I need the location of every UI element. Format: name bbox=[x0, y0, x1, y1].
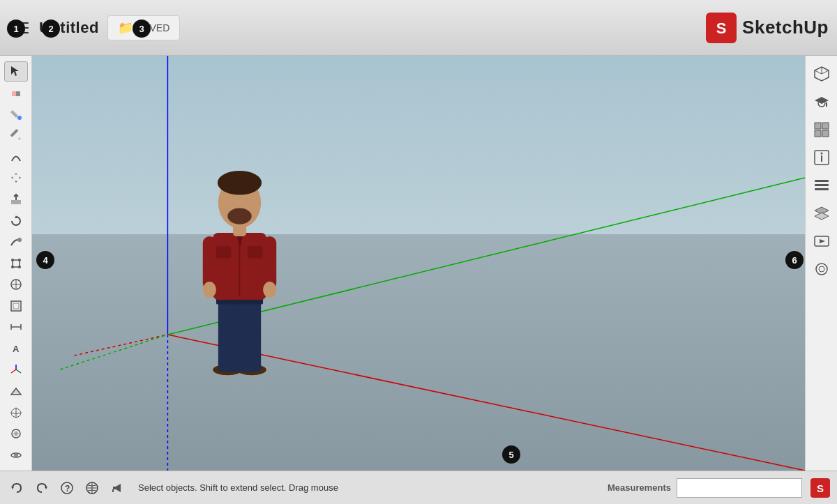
svg-rect-68 bbox=[815, 180, 829, 182]
sketchup-logo-bottom: S bbox=[810, 478, 830, 498]
svg-line-57 bbox=[815, 70, 822, 74]
svg-marker-2 bbox=[11, 66, 19, 76]
tool-orbit[interactable] bbox=[4, 445, 28, 465]
tool-follow-me[interactable] bbox=[4, 232, 28, 252]
svg-point-12 bbox=[11, 259, 14, 261]
svg-point-67 bbox=[820, 153, 822, 155]
right-btn-instructor[interactable] bbox=[809, 89, 834, 114]
svg-rect-4 bbox=[12, 91, 16, 96]
svg-text:S: S bbox=[817, 482, 824, 494]
tool-offset[interactable] bbox=[4, 296, 28, 316]
redo-button[interactable] bbox=[32, 478, 52, 498]
measurements-input[interactable] bbox=[677, 478, 802, 498]
svg-point-76 bbox=[819, 266, 824, 272]
svg-point-5 bbox=[17, 116, 22, 120]
left-toolbar: A bbox=[0, 56, 32, 471]
human-figure bbox=[199, 151, 280, 381]
right-btn-components[interactable] bbox=[809, 117, 834, 142]
svg-point-48 bbox=[203, 282, 216, 298]
svg-point-75 bbox=[816, 264, 827, 275]
header: Untitled 📁 SAVED S SketchUp bbox=[0, 0, 837, 56]
tool-text[interactable]: A bbox=[4, 339, 28, 359]
tool-push-pull[interactable] bbox=[4, 190, 28, 210]
badge-2: 2 bbox=[42, 20, 60, 38]
svg-point-13 bbox=[18, 259, 21, 261]
tool-3d-warehouse[interactable] bbox=[4, 402, 28, 422]
svg-point-15 bbox=[18, 266, 21, 268]
svg-rect-64 bbox=[822, 130, 829, 137]
tool-eraser[interactable] bbox=[4, 83, 28, 103]
svg-rect-19 bbox=[11, 301, 21, 311]
svg-text:?: ? bbox=[65, 484, 70, 494]
svg-rect-63 bbox=[815, 130, 821, 137]
svg-rect-8 bbox=[11, 200, 21, 204]
tool-components[interactable] bbox=[4, 424, 28, 444]
svg-line-27 bbox=[11, 369, 16, 373]
folder-icon: 📁 bbox=[118, 20, 133, 36]
svg-rect-69 bbox=[815, 184, 829, 186]
right-panel bbox=[805, 56, 837, 471]
badge-3: 3 bbox=[133, 20, 151, 38]
svg-point-49 bbox=[263, 282, 276, 298]
svg-rect-40 bbox=[239, 300, 262, 372]
right-btn-styles[interactable] bbox=[809, 257, 834, 282]
svg-point-10 bbox=[17, 238, 22, 242]
svg-rect-20 bbox=[13, 303, 19, 309]
badge-4: 4 bbox=[36, 251, 54, 269]
right-btn-outliner[interactable] bbox=[809, 173, 834, 198]
badge-5: 5 bbox=[502, 445, 520, 464]
svg-marker-7 bbox=[18, 137, 21, 140]
tool-paint-bucket[interactable] bbox=[4, 104, 28, 124]
badge-6: 6 bbox=[785, 251, 804, 269]
svg-text:S: S bbox=[716, 20, 727, 37]
bottom-bar: ? Select objects. Shift to extend select… bbox=[0, 471, 837, 504]
axis-lines bbox=[32, 56, 805, 471]
svg-point-30 bbox=[14, 453, 18, 457]
tool-move[interactable] bbox=[4, 168, 28, 188]
svg-point-14 bbox=[11, 266, 14, 268]
svg-marker-77 bbox=[11, 487, 14, 489]
help-button[interactable]: ? bbox=[57, 478, 77, 498]
tool-pencil[interactable] bbox=[4, 125, 28, 146]
svg-line-26 bbox=[16, 369, 21, 373]
viewport[interactable] bbox=[32, 56, 805, 471]
svg-rect-61 bbox=[815, 123, 821, 129]
right-btn-layers[interactable] bbox=[809, 201, 834, 226]
svg-rect-11 bbox=[13, 260, 20, 267]
tool-tape-measure[interactable] bbox=[4, 275, 28, 295]
svg-line-34 bbox=[74, 335, 167, 356]
tool-dimension[interactable] bbox=[4, 317, 28, 337]
svg-text:A: A bbox=[13, 344, 20, 354]
tool-select[interactable] bbox=[4, 61, 28, 82]
sketchup-logo-icon: S bbox=[706, 13, 737, 43]
svg-marker-82 bbox=[113, 484, 121, 492]
tool-axes[interactable] bbox=[4, 360, 28, 380]
tool-rotate[interactable] bbox=[4, 211, 28, 231]
svg-rect-70 bbox=[815, 188, 829, 190]
right-btn-entity-info[interactable] bbox=[809, 145, 834, 170]
globe-button[interactable] bbox=[82, 478, 102, 498]
right-btn-3d-view[interactable] bbox=[809, 61, 834, 86]
svg-marker-78 bbox=[45, 487, 47, 489]
tool-arc[interactable] bbox=[4, 147, 28, 167]
svg-marker-74 bbox=[820, 239, 825, 243]
svg-rect-6 bbox=[10, 129, 18, 137]
tool-scale[interactable] bbox=[4, 253, 28, 273]
svg-point-53 bbox=[227, 208, 252, 224]
main-area: A bbox=[0, 56, 837, 471]
svg-line-58 bbox=[822, 70, 829, 74]
logo-area: S SketchUp bbox=[706, 13, 829, 43]
right-btn-scenes[interactable] bbox=[809, 229, 834, 254]
svg-rect-62 bbox=[822, 123, 829, 129]
svg-rect-44 bbox=[216, 246, 231, 258]
svg-marker-72 bbox=[815, 213, 829, 220]
badge-1: 1 bbox=[7, 20, 25, 38]
svg-rect-39 bbox=[218, 300, 241, 372]
undo-button[interactable] bbox=[7, 478, 27, 498]
announce-button[interactable] bbox=[107, 478, 127, 498]
status-text: Select objects. Shift to extend select. … bbox=[138, 482, 602, 493]
svg-line-36 bbox=[60, 335, 167, 369]
tool-section-plane[interactable] bbox=[4, 381, 28, 402]
svg-rect-45 bbox=[248, 246, 262, 258]
svg-point-52 bbox=[218, 171, 262, 195]
